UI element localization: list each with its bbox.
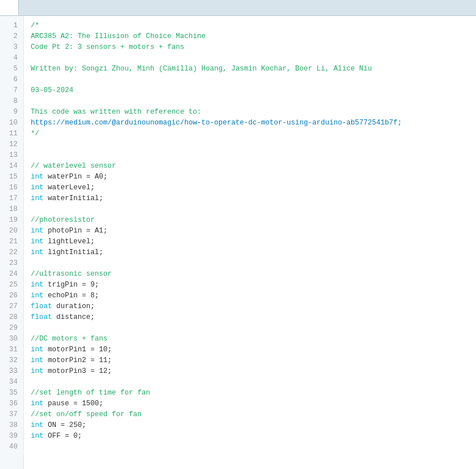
code-line: //ultrasonic sensor: [31, 269, 476, 280]
comment-token: ARC385 A2: The Illusion of Choice Machin…: [31, 32, 206, 40]
code-line: [31, 96, 476, 107]
code-line: //DC motors + fans: [31, 334, 476, 345]
line-number: 13: [0, 150, 23, 161]
line-number: 3: [0, 42, 23, 53]
code-line: //set length of time for fan: [31, 388, 476, 399]
code-line: int trigPin = 9;: [31, 280, 476, 290]
code-line: int motorPin3 = 12;: [31, 366, 476, 377]
comment-token: //set length of time for fan: [31, 389, 150, 397]
keyword-float-token: float: [31, 313, 52, 321]
line-number: 11: [0, 128, 23, 139]
keyword-float-token: float: [31, 302, 52, 310]
code-line: /*: [31, 20, 476, 31]
code-line: //photoresistor: [31, 215, 476, 226]
line-number: 22: [0, 247, 23, 258]
code-line: int ON = 250;: [31, 420, 476, 431]
line-number: 5: [0, 64, 23, 74]
keyword-token: int: [31, 281, 44, 289]
comment-token: 03-05-2024: [31, 86, 73, 94]
line-number: 6: [0, 74, 23, 85]
code-line: This code was written with reference to:: [31, 107, 476, 118]
line-number: 33: [0, 366, 23, 377]
link-token: https://medium.com/@arduinounomagic/how-…: [31, 119, 402, 127]
plain-token: ON = 250;: [44, 421, 86, 429]
keyword-token: int: [31, 248, 44, 256]
code-area[interactable]: /*ARC385 A2: The Illusion of Choice Mach…: [24, 16, 476, 469]
plain-token: waterInitial;: [44, 194, 104, 202]
line-number: 8: [0, 96, 23, 107]
editor: 1234567891011121314151617181920212223242…: [0, 16, 476, 469]
comment-token: /*: [31, 22, 39, 30]
line-number: 24: [0, 269, 23, 280]
line-number: 27: [0, 301, 23, 312]
line-number: 35: [0, 388, 23, 399]
line-number: 20: [0, 226, 23, 236]
line-numbers: 1234567891011121314151617181920212223242…: [0, 16, 24, 469]
line-number: 18: [0, 204, 23, 215]
line-number: 25: [0, 280, 23, 290]
code-line: [31, 53, 476, 64]
code-line: int waterLevel;: [31, 182, 476, 193]
keyword-token: int: [31, 184, 44, 192]
code-line: float distance;: [31, 312, 476, 323]
code-line: ARC385 A2: The Illusion of Choice Machin…: [31, 31, 476, 42]
plain-token: lightInitial;: [44, 248, 104, 256]
keyword-token: int: [31, 421, 44, 429]
code-line: int echoPin = 8;: [31, 290, 476, 301]
line-number: 17: [0, 193, 23, 204]
keyword-token: int: [31, 356, 44, 364]
code-line: [31, 139, 476, 150]
code-line: int pause = 1500;: [31, 399, 476, 409]
code-line: int OFF = 0;: [31, 431, 476, 442]
tab-bar: [0, 0, 476, 16]
keyword-token: int: [31, 194, 44, 202]
code-line: int lightLevel;: [31, 236, 476, 247]
line-number: 7: [0, 85, 23, 96]
comment-token: Code Pt 2: 3 sensors + motors + fans: [31, 43, 184, 51]
line-number: 39: [0, 431, 23, 442]
line-number: 38: [0, 420, 23, 431]
line-number: 4: [0, 53, 23, 64]
plain-token: lightLevel;: [44, 238, 95, 246]
line-number: 21: [0, 236, 23, 247]
plain-token: distance;: [52, 313, 95, 321]
keyword-token: int: [31, 292, 44, 300]
line-number: 14: [0, 161, 23, 172]
code-line: int waterPin = A0;: [31, 172, 476, 182]
code-line: [31, 74, 476, 85]
line-number: 2: [0, 31, 23, 42]
line-number: 30: [0, 334, 23, 345]
line-number: 31: [0, 345, 23, 355]
line-number: 32: [0, 355, 23, 366]
plain-token: photoPin = A1;: [44, 227, 108, 235]
code-line: [31, 204, 476, 215]
line-number: 1: [0, 20, 23, 31]
code-line: [31, 442, 476, 453]
code-line: [31, 258, 476, 269]
code-line: [31, 377, 476, 388]
code-line: int motorPin1 = 10;: [31, 345, 476, 355]
plain-token: trigPin = 9;: [44, 281, 100, 289]
active-tab[interactable]: [0, 0, 19, 15]
code-line: int lightInitial;: [31, 247, 476, 258]
line-number: 19: [0, 215, 23, 226]
plain-token: motorPin1 = 10;: [44, 346, 112, 354]
line-number: 34: [0, 377, 23, 388]
code-line: https://medium.com/@arduinounomagic/how-…: [31, 118, 476, 128]
line-number: 28: [0, 312, 23, 323]
comment-token: //set on/off speed for fan: [31, 410, 142, 418]
line-number: 26: [0, 290, 23, 301]
comment-token: //photoresistor: [31, 216, 95, 224]
code-line: //set on/off speed for fan: [31, 409, 476, 420]
code-line: int motorPin2 = 11;: [31, 355, 476, 366]
keyword-token: int: [31, 227, 44, 235]
code-line: */: [31, 128, 476, 139]
plain-token: waterLevel;: [44, 184, 95, 192]
plain-token: OFF = 0;: [44, 432, 82, 440]
code-line: // waterlevel sensor: [31, 161, 476, 172]
keyword-token: int: [31, 432, 44, 440]
code-line: [31, 323, 476, 334]
plain-token: duration;: [52, 302, 95, 310]
code-line: float duration;: [31, 301, 476, 312]
plain-token: echoPin = 8;: [44, 292, 100, 300]
